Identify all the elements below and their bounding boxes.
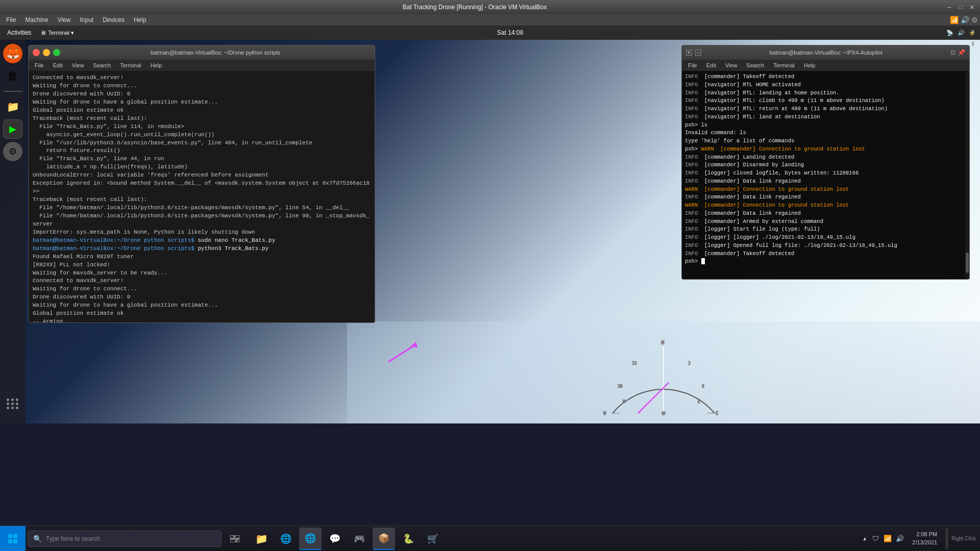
terminal-left-menu-terminal[interactable]: Terminal xyxy=(116,61,145,69)
tray-icon-network[interactable]: 📶 xyxy=(883,534,893,544)
vbox-close-button[interactable]: ✕ xyxy=(968,3,976,11)
terminal-line: Invalid command: ls xyxy=(685,129,966,137)
terminal-right-minimize[interactable]: ─ xyxy=(695,49,701,56)
terminal-line: Global position estimate ok xyxy=(33,310,371,318)
terminal-left-title: batman@batman-VirtualBox: ~/Drone python… xyxy=(60,49,371,56)
sidebar-icon-trash[interactable]: 🗑 xyxy=(3,66,22,86)
terminal-left-controls: ✕ ─ □ xyxy=(33,49,60,56)
terminal-line: Drone discovered with UUID: 0 xyxy=(33,293,371,302)
terminal-line: WARN [commander] Connection to ground st… xyxy=(685,186,966,194)
terminal-line: Traceback (most recent call last): xyxy=(33,196,371,204)
virtualbox-window: Bat Tracking Drone [Running] - Oracle VM… xyxy=(0,0,980,423)
terminal-line: File "/home/batman/.local/lib/python3.6/… xyxy=(33,204,371,212)
terminal-right-menu-terminal[interactable]: Terminal xyxy=(769,61,799,69)
vbox-menu-help[interactable]: Help xyxy=(130,15,151,24)
taskbar-store-button[interactable]: 🛒 xyxy=(422,528,444,550)
vbox-ctrl-btn-1[interactable]: ⬆ xyxy=(968,28,978,38)
terminal-left-menu-view[interactable]: View xyxy=(68,61,88,69)
terminal-right-menu-help[interactable]: Help xyxy=(800,61,820,69)
terminal-left-menu-edit[interactable]: Edit xyxy=(49,61,67,69)
tray-up-arrow[interactable]: ▲ xyxy=(862,536,867,541)
terminal-right-menu-search[interactable]: Search xyxy=(742,61,768,69)
terminal-line: INFO [commander] Data link regained xyxy=(685,210,966,218)
vbox-menu-machine[interactable]: Machine xyxy=(21,15,52,24)
ubuntu-topbar: Activities 🖥 Terminal ▾ Sat 14:08 📡 🔊 ⚡ xyxy=(0,26,980,40)
vbox-ctrl-btn-2[interactable]: ⬇ xyxy=(968,39,978,49)
terminal-line: Global position estimate ok xyxy=(33,107,371,115)
tray-icon-volume[interactable]: 🔊 xyxy=(895,534,905,544)
taskbar-search-box[interactable]: 🔍 Type here to search xyxy=(28,531,222,547)
start-button[interactable] xyxy=(0,526,26,552)
terminal-line: INFO [commander] Data link regained xyxy=(685,178,966,186)
terminal-line: Waiting for drone to have a global posit… xyxy=(33,302,371,310)
svg-rect-34 xyxy=(230,535,234,538)
vbox-audio-icon: 🔊 xyxy=(961,16,969,24)
sidebar-icon-settings[interactable]: ⚙ xyxy=(3,142,22,161)
scrollbar-thumb[interactable] xyxy=(966,253,969,273)
terminal-line: latitude_a = np.full(len(freqs), latitud… xyxy=(33,163,371,171)
svg-text:W: W xyxy=(603,411,606,416)
terminal-left-menu-help[interactable]: Help xyxy=(146,61,166,69)
taskbar-discord-button[interactable]: 💬 xyxy=(324,528,346,550)
taskbar-system-tray: ▲ 🛡 📶 🔊 2:08 PM 2/13/2021 Right Click xyxy=(862,529,980,549)
vbox-menu-devices[interactable]: Devices xyxy=(99,15,129,24)
svg-rect-36 xyxy=(230,539,236,542)
taskbar-unity-button[interactable]: 🎮 xyxy=(348,528,371,550)
sidebar-icon-terminal[interactable]: ▶ xyxy=(3,119,22,139)
terminal-line: Waiting for drone to have a global posit… xyxy=(33,98,371,107)
taskbar-python-button[interactable]: 🐍 xyxy=(397,528,420,550)
terminal-line: Waiting for mavsdk_server to be ready... xyxy=(33,269,371,278)
terminal-left-body[interactable]: Connected to mavsdk_server!Waiting for d… xyxy=(29,71,375,322)
terminal-line: INFO [commander] Data link regained xyxy=(685,193,966,202)
vbox-menu-input[interactable]: Input xyxy=(76,15,98,24)
vbox-maximize-button[interactable]: □ xyxy=(957,3,965,11)
terminal-left-menu-search[interactable]: Search xyxy=(89,61,115,69)
terminal-right-close[interactable]: ✕ xyxy=(686,49,692,56)
svg-text:33: 33 xyxy=(632,361,637,366)
svg-text:E: E xyxy=(716,411,718,416)
terminal-line: pxh> ls xyxy=(685,121,966,130)
vbox-menu-file[interactable]: File xyxy=(2,15,20,24)
ubuntu-topbar-left: Activities 🖥 Terminal ▾ xyxy=(4,28,74,37)
terminal-line: INFO [logger] [logger] ./log/2021-02-13/… xyxy=(685,234,966,242)
terminal-line: File "/usr/lib/python3.6/asyncio/base_ev… xyxy=(33,139,371,147)
sidebar-icon-files[interactable]: 📁 xyxy=(3,97,22,116)
terminal-left-maximize[interactable]: □ xyxy=(53,49,60,56)
activities-button[interactable]: Activities xyxy=(4,28,34,37)
terminal-right-menu-view[interactable]: View xyxy=(721,61,742,69)
terminal-right-menu-edit[interactable]: Edit xyxy=(702,61,720,69)
tray-icon-security: 🛡 xyxy=(870,534,880,544)
terminal-line: File "Track_Bats.py", line 44, in run xyxy=(33,155,371,163)
terminal-right-body[interactable]: INFO [commander] Takeoff detectedINFO [n… xyxy=(682,71,969,279)
taskbar-virtualbox-button[interactable]: 📦 xyxy=(373,528,395,550)
vbox-minimize-button[interactable]: ─ xyxy=(945,3,953,11)
sidebar-dots-button[interactable] xyxy=(3,394,22,413)
task-view-button[interactable] xyxy=(224,528,246,550)
terminal-left-minimize[interactable]: ─ xyxy=(43,49,50,56)
svg-rect-33 xyxy=(13,539,17,543)
terminal-line: Traceback (most recent call last): xyxy=(33,115,371,123)
taskbar-search-icon: 🔍 xyxy=(33,535,42,543)
taskbar-chrome-button[interactable]: 🌐 xyxy=(299,528,322,550)
sidebar-icon-firefox[interactable]: 🦊 xyxy=(3,44,22,63)
taskbar-clock[interactable]: 2:08 PM 2/13/2021 xyxy=(908,531,941,546)
taskbar-search-placeholder: Type here to search xyxy=(46,535,100,542)
terminal-left-window: ✕ ─ □ batman@batman-VirtualBox: ~/Drone … xyxy=(28,45,375,323)
terminal-right-scrollbar[interactable] xyxy=(965,71,969,279)
terminal-line: INFO [logger] Start file log (type: full… xyxy=(685,226,966,234)
terminal-line: Found Rafael Micro R820T tuner xyxy=(33,253,371,261)
show-desktop-button[interactable] xyxy=(945,529,948,549)
vbox-menu-view[interactable]: View xyxy=(54,15,75,24)
svg-rect-35 xyxy=(235,535,239,538)
vbox-menubar: File Machine View Input Devices Help 📶 🔊… xyxy=(0,14,980,26)
terminal-left-close[interactable]: ✕ xyxy=(33,49,40,56)
pink-arrow-indicator xyxy=(388,342,419,362)
taskbar-edge-button[interactable]: 🌐 xyxy=(275,528,297,550)
terminal-right-menu-file[interactable]: File xyxy=(684,61,701,69)
terminal-line: INFO [commander] Takeoff detected xyxy=(685,250,966,258)
terminal-left-menu-file[interactable]: File xyxy=(31,61,48,69)
taskbar-explorer-button[interactable]: 📁 xyxy=(250,528,273,550)
terminal-line: WARN [commander] Connection to ground st… xyxy=(685,202,966,210)
terminal-right-titlebar: ✕ ─ batman@batman-VirtualBox: ~/PX4-Auto… xyxy=(682,45,969,60)
terminal-line: INFO [logger] closed logfile, bytes writ… xyxy=(685,169,966,178)
